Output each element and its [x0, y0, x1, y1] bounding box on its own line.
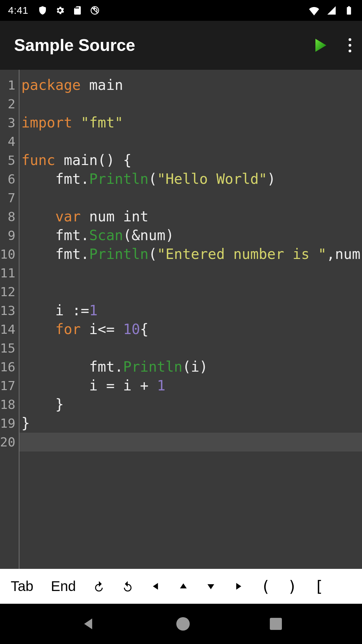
- status-left: 4:41: [8, 5, 100, 16]
- status-right: [309, 5, 354, 15]
- left-paren-key[interactable]: (: [252, 569, 279, 604]
- code-content[interactable]: package main import "fmt" func main() { …: [19, 70, 362, 451]
- right-paren-key[interactable]: ): [279, 569, 306, 604]
- android-nav-bar: [0, 604, 362, 644]
- end-key[interactable]: End: [42, 569, 85, 604]
- battery-icon: [344, 5, 354, 15]
- gear-icon: [55, 5, 65, 15]
- overflow-menu-button[interactable]: [347, 36, 353, 54]
- code-editor[interactable]: 1234567891011121314151617181920 package …: [0, 70, 362, 569]
- status-time: 4:41: [8, 5, 28, 16]
- shield-icon: [38, 5, 48, 15]
- wifi-icon: [309, 5, 319, 15]
- shortcut-key-row: Tab End ( ) [: [0, 569, 362, 604]
- nav-back-button[interactable]: [80, 616, 96, 632]
- run-button[interactable]: [311, 37, 328, 54]
- status-bar: 4:41: [0, 0, 362, 21]
- tab-key[interactable]: Tab: [2, 569, 42, 604]
- arrow-down-key[interactable]: [197, 569, 225, 604]
- arrow-left-key[interactable]: [142, 569, 170, 604]
- undo-key[interactable]: [84, 569, 113, 604]
- cell-signal-icon: [326, 5, 337, 15]
- app-bar: Sample Source: [0, 21, 362, 70]
- app-actions: [311, 36, 353, 54]
- sd-card-icon: [72, 5, 82, 15]
- no-sync-icon: [90, 5, 100, 15]
- page-title: Sample Source: [14, 36, 135, 55]
- nav-home-button[interactable]: [176, 617, 190, 631]
- nav-recent-button[interactable]: [270, 618, 282, 630]
- arrow-up-key[interactable]: [170, 569, 197, 604]
- redo-key[interactable]: [113, 569, 142, 604]
- line-gutter: 1234567891011121314151617181920: [0, 70, 19, 569]
- left-bracket-key[interactable]: [: [306, 569, 333, 604]
- arrow-right-key[interactable]: [225, 569, 252, 604]
